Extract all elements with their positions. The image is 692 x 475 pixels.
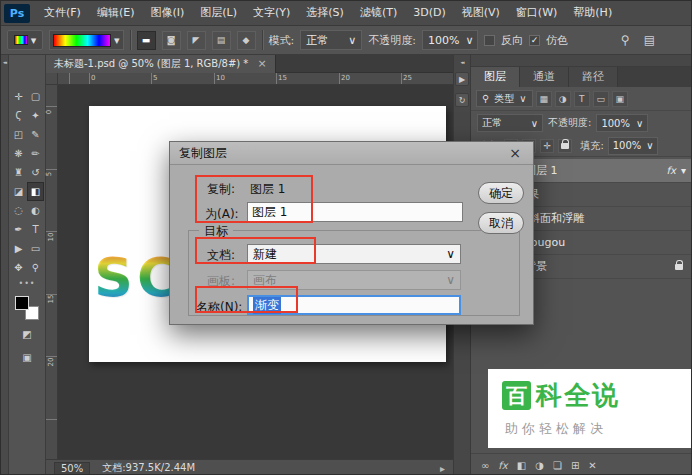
separator — [130, 30, 131, 50]
zoom-level[interactable]: 50% — [54, 462, 90, 475]
document-select[interactable]: 新建 ∨ — [247, 244, 461, 264]
hand-tool[interactable]: ✥ — [10, 258, 27, 277]
panel-tabs: 图层 通道 路径 — [471, 67, 692, 87]
gradient-picker[interactable]: ▾ — [49, 30, 124, 50]
filter-smart-objects-icon[interactable]: ▣ — [612, 91, 628, 107]
ruler-number: 5 — [45, 172, 53, 176]
layer-filter-select[interactable]: ⚲ 类型 ∨ — [476, 90, 533, 107]
shape-tool[interactable]: ▭ — [27, 239, 44, 258]
history-panel-icon[interactable]: ↻ — [455, 93, 469, 107]
ruler-number: 20 — [341, 74, 350, 82]
document-select-value: 新建 — [253, 246, 277, 263]
menu-3d[interactable]: 3D(D) — [405, 1, 454, 25]
menu-help[interactable]: 帮助(H) — [565, 1, 620, 25]
dither-checkbox[interactable]: ✓ — [529, 35, 540, 46]
watermark-badge: 百 — [502, 381, 531, 410]
gradient-preview[interactable] — [53, 34, 111, 47]
filter-pixel-layers-icon[interactable]: ▦ — [536, 91, 552, 107]
lasso-tool[interactable]: Ϛ — [10, 106, 27, 125]
menu-edit[interactable]: 编辑(E) — [89, 1, 143, 25]
healing-brush-tool[interactable]: ❋ — [10, 144, 27, 163]
eraser-tool[interactable]: ◪ — [10, 182, 27, 201]
fx-collapse-icon[interactable]: ▾ — [681, 165, 686, 176]
dialog-title-bar[interactable]: 复制图层 × — [170, 142, 533, 165]
blur-tool[interactable]: ◌ — [10, 201, 27, 220]
layer-mask-icon[interactable]: ◧ — [517, 460, 526, 471]
collapse-arrows-icon[interactable]: ◂◂ — [454, 59, 470, 65]
mode-select[interactable]: 正常 ∨ — [300, 30, 362, 50]
fx-badge[interactable]: fx — [667, 165, 676, 176]
lock-all-icon[interactable] — [558, 139, 572, 153]
blend-mode-select[interactable]: 正常 ∨ — [477, 114, 543, 132]
move-tool[interactable]: ✛ — [10, 87, 27, 106]
status-arrow-icon[interactable]: ▸ — [440, 463, 445, 474]
name-input[interactable]: 渐变 — [247, 295, 461, 315]
close-icon[interactable]: × — [506, 146, 524, 160]
brush-tool[interactable]: ✏ — [27, 144, 44, 163]
tab-channels[interactable]: 通道 — [520, 67, 569, 87]
linear-gradient-button[interactable]: ▬ — [137, 31, 156, 50]
history-brush-tool[interactable]: ↺ — [27, 163, 44, 182]
new-layer-icon[interactable]: ⊞ — [571, 460, 579, 471]
marquee-tool[interactable]: ▢ — [27, 87, 44, 106]
zoom-tool[interactable]: ⚲ — [27, 258, 44, 277]
tab-paths[interactable]: 路径 — [569, 67, 618, 87]
chevron-down-icon: ∨ — [636, 118, 643, 129]
layer-opacity-select[interactable]: 100% ∨ — [596, 114, 648, 132]
menu-image[interactable]: 图像(I) — [142, 1, 192, 25]
lock-position-icon[interactable]: ✛ — [540, 139, 554, 153]
close-tab-icon[interactable]: × — [257, 59, 266, 69]
menu-view[interactable]: 视图(V) — [454, 1, 508, 25]
filter-shape-layers-icon[interactable]: ▭ — [593, 91, 609, 107]
reverse-checkbox[interactable] — [484, 35, 495, 46]
fill-select[interactable]: 100% ∨ — [608, 137, 658, 155]
adjustment-layer-icon[interactable]: ◑ — [535, 460, 544, 471]
dodge-tool[interactable]: ◐ — [27, 201, 44, 220]
layer-style-icon[interactable]: fx — [498, 460, 507, 471]
document-label: 文档: — [207, 247, 235, 264]
menu-type[interactable]: 文字(Y) — [245, 1, 298, 25]
menu-window[interactable]: 窗口(W) — [508, 1, 565, 25]
as-input[interactable]: 图层 1 — [247, 202, 463, 222]
workspace-icon[interactable]: ▤ — [640, 33, 659, 47]
document-tab[interactable]: 未标题-1.psd @ 50% (图层 1, RGB/8#) * × — [46, 55, 276, 73]
cancel-button[interactable]: 取消 — [478, 212, 524, 234]
collapse-arrows-icon[interactable]: ◂◂ — [1, 59, 8, 65]
clone-stamp-tool[interactable]: ♜ — [10, 163, 27, 182]
gradient-tool[interactable]: ◧ — [27, 182, 44, 201]
menu-select[interactable]: 选择(S) — [298, 1, 352, 25]
eyedropper-tool[interactable]: ✎ — [27, 125, 44, 144]
screen-mode-icon[interactable]: ▣ — [19, 349, 36, 366]
bevel-emboss-label[interactable]: 斜面和浮雕 — [529, 211, 584, 226]
reflected-gradient-button[interactable]: ▤ — [212, 31, 231, 50]
path-selection-tool[interactable]: ▶ — [10, 239, 27, 258]
menu-file[interactable]: 文件(F) — [36, 1, 89, 25]
angle-gradient-button[interactable]: ◤ — [187, 31, 206, 50]
layer-group-icon[interactable]: ❏ — [553, 460, 562, 471]
actions-panel-icon[interactable]: ▶ — [455, 72, 469, 86]
foreground-color-swatch[interactable] — [15, 296, 29, 310]
menu-layer[interactable]: 图层(L) — [192, 1, 245, 25]
opacity-select[interactable]: 100% ∨ — [422, 30, 478, 50]
quick-mask-icon[interactable]: ◩ — [19, 326, 36, 343]
menu-filter[interactable]: 滤镜(T) — [352, 1, 405, 25]
tab-layers[interactable]: 图层 — [471, 67, 520, 87]
search-icon[interactable]: ⚲ — [617, 33, 634, 47]
link-layers-icon[interactable]: ∞ — [481, 460, 489, 471]
type-tool[interactable]: T — [27, 220, 44, 239]
pen-tool[interactable]: ✒ — [10, 220, 27, 239]
artboard-select-value: 画布 — [253, 272, 277, 289]
crop-tool[interactable]: ◰ — [10, 125, 27, 144]
chevron-down-icon: ∨ — [519, 93, 526, 104]
tool-preset-picker[interactable]: ▾ — [7, 30, 43, 50]
background-lock-icon — [675, 264, 683, 270]
quick-selection-tool[interactable]: ✦ — [27, 106, 44, 125]
opacity-value: 100% — [428, 34, 459, 47]
radial-gradient-button[interactable]: ◙ — [162, 31, 181, 50]
filter-adjustment-layers-icon[interactable]: ◑ — [555, 91, 571, 107]
edit-toolbar-icon[interactable]: ••• — [9, 279, 45, 288]
diamond-gradient-button[interactable]: ◆ — [237, 31, 256, 50]
ok-button[interactable]: 确定 — [478, 182, 524, 204]
filter-type-layers-icon[interactable]: T — [574, 91, 590, 107]
delete-layer-icon[interactable]: ✕ — [588, 460, 596, 471]
